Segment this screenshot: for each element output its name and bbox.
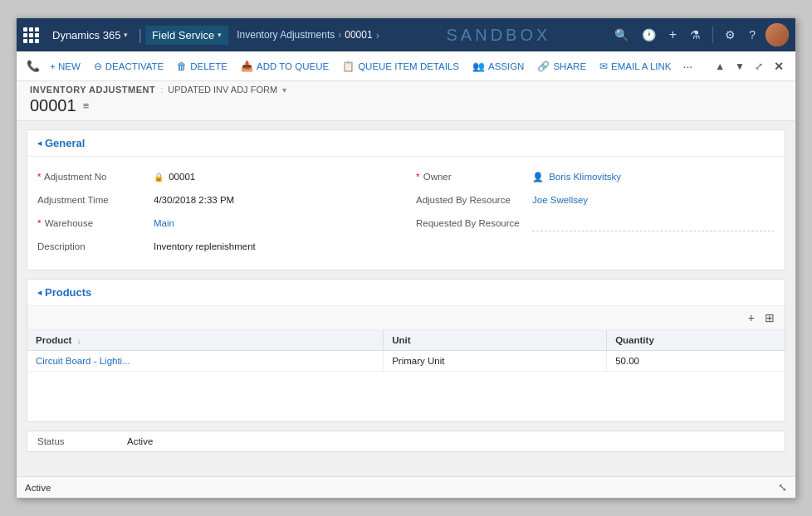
assign-label: ASSIGN (488, 61, 524, 71)
products-section-title: Products (45, 286, 91, 299)
owner-value[interactable]: 👤 Boris Klimovitsky (532, 170, 775, 183)
adjustment-time-value: 4/30/2018 2:33 PM (154, 193, 396, 205)
record-title-row: INVENTORY ADJUSTMENT : UPDATED INV ADJ F… (30, 85, 782, 95)
record-id-row: 00001 ≡ (30, 96, 782, 115)
record-id: 00001 (30, 96, 76, 115)
delete-label: DELETE (190, 61, 227, 71)
deactivate-button[interactable]: ⊖ DEACTIVATE (87, 57, 171, 75)
products-toolbar: + ⊞ (27, 306, 785, 330)
requested-by-label: Requested By Resource (416, 217, 532, 228)
share-button[interactable]: 🔗 SHARE (531, 57, 593, 75)
grid-empty-row (27, 372, 785, 421)
col-quantity: Quantity (607, 330, 785, 351)
field-adjustment-no: * Adjustment No 🔒 00001 (37, 167, 396, 190)
user-avatar[interactable] (766, 23, 789, 46)
delete-button[interactable]: 🗑 DELETE (170, 57, 234, 75)
module-button[interactable]: Field Service ▾ (145, 26, 228, 45)
field-requested-by: Requested By Resource (416, 213, 775, 236)
top-navigation: Dynamics 365 ▾ | Field Service ▾ Invento… (17, 18, 795, 51)
general-collapse-icon: ◂ (37, 139, 42, 148)
share-icon: 🔗 (537, 61, 550, 72)
products-collapse-icon[interactable]: ◂ (37, 288, 42, 297)
new-nav-button[interactable]: + (666, 24, 680, 46)
col-product-label: Product (36, 335, 71, 345)
general-section-title: General (45, 137, 85, 149)
form-dropdown-icon[interactable]: ▾ (282, 85, 286, 95)
dynamics-brand-button[interactable]: Dynamics 365 ▾ (46, 26, 135, 45)
grid-view-button[interactable]: ⊞ (761, 309, 778, 326)
products-section-header: ◂ Products (27, 280, 785, 306)
filter-nav-button[interactable]: ⚗ (687, 25, 704, 45)
more-commands-button[interactable]: ··· (678, 56, 698, 76)
field-adjustment-time: Adjustment Time 4/30/2018 2:33 PM (37, 190, 396, 213)
share-label: SHARE (553, 61, 586, 71)
general-right-col: * Owner 👤 Boris Klimovitsky Adjusted By … (406, 163, 785, 263)
nav-left: Dynamics 365 ▾ | Field Service ▾ Invento… (23, 26, 386, 45)
add-product-button[interactable]: + (745, 309, 758, 326)
phone-icon: 📞 (23, 56, 43, 75)
nav-right: 🔍 🕐 + ⚗ ⚙ ? (611, 23, 789, 46)
queue-item-details-button[interactable]: 📋 QUEUE ITEM DETAILS (335, 57, 466, 75)
sort-product-icon[interactable]: ↓ (77, 337, 81, 345)
add-to-queue-button[interactable]: 📥 ADD TO QUEUE (234, 57, 335, 75)
nav-divider: | (138, 27, 142, 44)
products-section: ◂ Products + ⊞ Product ↓ Unit (27, 279, 785, 422)
nav-up-button[interactable]: ▲ (711, 57, 729, 75)
status-label: Status (37, 436, 120, 446)
adjustment-no-value: 🔒 00001 (154, 170, 396, 182)
brand-label: Dynamics 365 (52, 29, 120, 41)
lock-icon: 🔒 (154, 173, 164, 182)
bottom-expand-icon[interactable]: ⤡ (778, 481, 787, 494)
description-value: Inventory replenishment (154, 240, 396, 251)
apps-menu-button[interactable] (23, 27, 39, 43)
email-link-label: EMAIL A LINK (611, 61, 671, 71)
col-product: Product ↓ (27, 330, 384, 351)
adjusted-by-label: Adjusted By Resource (416, 193, 532, 205)
adjusted-by-value[interactable]: Joe Swellsey (532, 193, 775, 205)
settings-nav-button[interactable]: ⚙ (722, 25, 739, 45)
nav-down-button[interactable]: ▼ (731, 57, 749, 75)
required-star: * (37, 172, 41, 182)
deactivate-label: DEACTIVATE (105, 61, 164, 71)
adjustment-time-label: Adjustment Time (37, 193, 154, 205)
field-warehouse: * Warehouse Main (37, 213, 396, 236)
main-content: ◂ General * Adjustment No 🔒 00001 (17, 121, 795, 476)
new-button[interactable]: + NEW (43, 58, 87, 75)
history-nav-button[interactable]: 🕐 (638, 25, 659, 45)
status-row: Status Active (37, 436, 775, 446)
assign-button[interactable]: 👥 ASSIGN (466, 57, 531, 75)
command-bar-right: ▲ ▼ ⤢ ✕ (711, 56, 789, 76)
deactivate-icon: ⊖ (94, 61, 102, 72)
breadcrumb-current: 00001 (345, 29, 372, 41)
col-unit-label: Unit (392, 335, 410, 345)
add-to-queue-label: ADD TO QUEUE (257, 61, 329, 71)
queue-details-icon: 📋 (342, 61, 355, 72)
module-chevron: ▾ (218, 31, 222, 39)
module-label: Field Service (152, 29, 214, 41)
product-cell[interactable]: Circuit Board - Lighti... (27, 351, 384, 372)
person-icon-owner: 👤 (532, 172, 544, 182)
breadcrumb: Inventory Adjustments › 00001 › (230, 29, 386, 41)
field-adjusted-by: Adjusted By Resource Joe Swellsey (416, 190, 775, 213)
general-section-header[interactable]: ◂ General (27, 130, 785, 157)
grid-header-row: Product ↓ Unit Quantity (27, 330, 785, 351)
requested-by-value (532, 217, 775, 231)
avatar-image (766, 23, 789, 46)
breadcrumb-parent[interactable]: Inventory Adjustments (237, 29, 335, 41)
email-icon: ✉ (599, 61, 608, 72)
table-row: Circuit Board - Lighti... Primary Unit 5… (27, 351, 785, 372)
bottom-bar: Active ⤡ (17, 476, 795, 498)
help-nav-button[interactable]: ? (746, 25, 759, 45)
breadcrumb-forward: › (376, 29, 379, 41)
sandbox-label: SANDBOX (386, 26, 611, 45)
record-options-button[interactable]: ≡ (83, 100, 90, 112)
search-nav-button[interactable]: 🔍 (611, 25, 632, 45)
email-link-button[interactable]: ✉ EMAIL A LINK (593, 57, 677, 75)
record-header: INVENTORY ADJUSTMENT : UPDATED INV ADJ F… (17, 81, 795, 121)
entity-label: INVENTORY ADJUSTMENT (30, 85, 155, 95)
close-button[interactable]: ✕ (769, 56, 789, 76)
warehouse-value[interactable]: Main (154, 217, 396, 228)
assign-icon: 👥 (472, 61, 485, 72)
adjustment-no-label: * Adjustment No (37, 170, 154, 182)
expand-button[interactable]: ⤢ (751, 57, 767, 75)
